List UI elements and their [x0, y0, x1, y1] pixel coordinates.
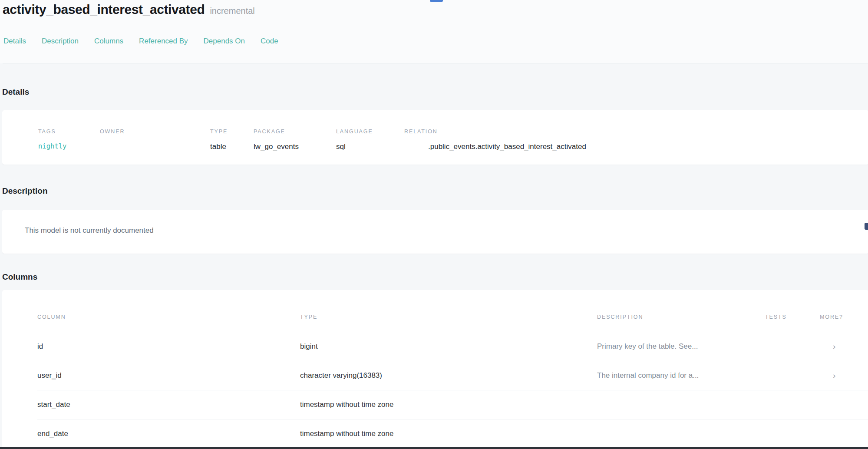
column-name-cell: id — [37, 342, 300, 351]
table-row-id[interactable]: id bigint Primary key of the table. See.… — [37, 332, 868, 361]
description-section-heading: Description — [2, 186, 868, 196]
table-row-end-date[interactable]: end_date timestamp without time zone — [37, 419, 868, 448]
column-name-cell: end_date — [37, 429, 300, 438]
tab-depends-on[interactable]: Depends On — [204, 37, 245, 46]
cropped-edge-fragment — [865, 223, 868, 230]
column-description-cell: The internal company id for a... — [597, 371, 765, 380]
header-type: TYPE — [300, 314, 597, 320]
table-row-user-id[interactable]: user_id character varying(16383) The int… — [37, 361, 868, 390]
column-type-cell: character varying(16383) — [300, 371, 597, 380]
description-text: This model is not currently documented — [25, 226, 868, 235]
model-docs-page: activity_based_interest_activated increm… — [0, 0, 868, 449]
field-relation-value: .public_events.activity_based_interest_a… — [404, 142, 868, 151]
header-more: MORE? — [820, 314, 868, 320]
column-type-cell: timestamp without time zone — [300, 429, 597, 438]
field-language: LANGUAGE sql — [336, 129, 404, 165]
header-column: COLUMN — [37, 314, 300, 320]
tag-nightly[interactable]: nightly — [38, 142, 100, 150]
field-type-value: table — [210, 142, 254, 151]
field-language-value: sql — [336, 142, 404, 151]
description-card: This model is not currently documented — [2, 210, 868, 254]
header-tests: TESTS — [765, 314, 820, 320]
row-expand-chevron-icon[interactable]: › — [820, 371, 868, 380]
tab-code[interactable]: Code — [261, 37, 278, 46]
columns-card: COLUMN TYPE DESCRIPTION TESTS MORE? id b… — [2, 290, 868, 449]
title-row: activity_based_interest_activated increm… — [3, 2, 868, 17]
tab-details[interactable]: Details — [3, 37, 26, 46]
field-tags-label: TAGS — [38, 129, 100, 135]
columns-table-header: COLUMN TYPE DESCRIPTION TESTS MORE? — [37, 314, 868, 320]
column-type-cell: bigint — [300, 342, 597, 351]
columns-table-body: id bigint Primary key of the table. See.… — [37, 332, 868, 448]
section-nav: Details Description Columns Referenced B… — [3, 37, 868, 46]
field-owner: OWNER — [100, 129, 210, 165]
table-row-start-date[interactable]: start_date timestamp without time zone — [37, 390, 868, 419]
field-package-value: lw_go_events — [254, 142, 336, 151]
field-language-label: LANGUAGE — [336, 129, 404, 135]
field-relation: RELATION .public_events.activity_based_i… — [404, 129, 868, 165]
field-package: PACKAGE lw_go_events — [254, 129, 336, 165]
field-package-label: PACKAGE — [254, 129, 336, 135]
tab-referenced-by[interactable]: Referenced By — [139, 37, 188, 46]
field-type-label: TYPE — [210, 129, 254, 135]
tab-description[interactable]: Description — [42, 37, 79, 46]
screenshot-bottom-edge — [0, 447, 868, 449]
field-tags: TAGS nightly — [38, 129, 100, 165]
page-header: activity_based_interest_activated increm… — [0, 0, 868, 63]
cropped-link-fragment — [430, 0, 443, 2]
row-expand-chevron-icon[interactable]: › — [820, 342, 868, 351]
details-section-heading: Details — [2, 63, 868, 97]
header-description: DESCRIPTION — [597, 314, 765, 320]
materialization-badge: incremental — [210, 6, 254, 16]
details-card: TAGS nightly OWNER TYPE table PACKAGE lw… — [2, 110, 868, 165]
columns-section-heading: Columns — [2, 272, 868, 282]
page-title: activity_based_interest_activated — [3, 2, 205, 17]
tab-columns[interactable]: Columns — [94, 37, 123, 46]
field-type: TYPE table — [210, 129, 254, 165]
column-name-cell: start_date — [37, 400, 300, 409]
main-content: Details TAGS nightly OWNER TYPE table PA… — [0, 63, 868, 449]
field-relation-label: RELATION — [404, 129, 868, 135]
column-description-cell: Primary key of the table. See... — [597, 342, 765, 351]
column-name-cell: user_id — [37, 371, 300, 380]
field-owner-label: OWNER — [100, 129, 210, 135]
column-type-cell: timestamp without time zone — [300, 400, 597, 409]
